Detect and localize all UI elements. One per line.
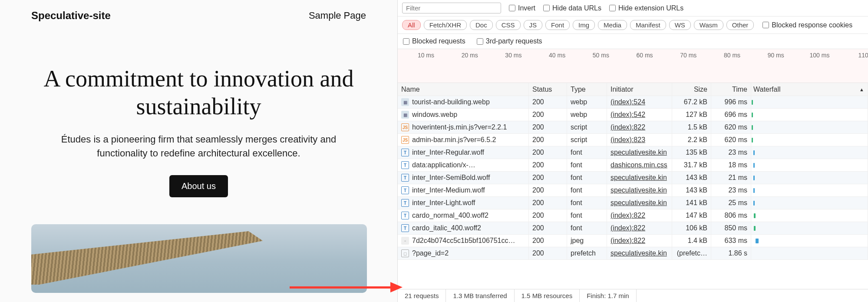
table-row[interactable]: Tinter_Inter-Medium.woff200fontspeculati… xyxy=(398,184,868,197)
file-type-icon: ▦ xyxy=(401,111,409,119)
col-size[interactable]: Size xyxy=(672,83,711,96)
col-name[interactable]: Name xyxy=(398,83,529,96)
status-cell: 200 xyxy=(529,235,567,247)
table-row[interactable]: Tcardo_normal_400.woff2200font(index):82… xyxy=(398,209,868,222)
filter-pill-manifest[interactable]: Manifest xyxy=(630,20,666,30)
hide-extension-urls-checkbox[interactable]: Hide extension URLs xyxy=(609,4,683,12)
initiator-link[interactable]: (index):822 xyxy=(611,237,645,245)
timeline-tick: 10 ms xyxy=(418,52,434,59)
site-title[interactable]: Speculative-site xyxy=(31,10,111,22)
table-row[interactable]: ▦tourist-and-building.webp200webp(index)… xyxy=(398,96,868,109)
initiator-link[interactable]: speculativesite.kin xyxy=(611,174,667,182)
col-time[interactable]: Time xyxy=(711,83,751,96)
col-initiator[interactable]: Initiator xyxy=(607,83,672,96)
col-status[interactable]: Status xyxy=(529,83,567,96)
initiator-link[interactable]: (index):542 xyxy=(611,111,645,119)
status-cell: 200 xyxy=(529,184,567,196)
initiator-link[interactable]: (index):524 xyxy=(611,98,645,106)
request-name: inter_Inter-Medium.woff xyxy=(412,186,485,194)
filter-pill-css[interactable]: CSS xyxy=(496,20,521,30)
site-header: Speculative-site Sample Page xyxy=(31,10,366,22)
timeline-tick: 40 ms xyxy=(549,52,565,59)
initiator-link[interactable]: (index):822 xyxy=(611,224,645,232)
initiator-link[interactable]: speculativesite.kin xyxy=(611,186,667,194)
summary-item: 1.3 MB transferred xyxy=(446,289,514,302)
request-name: cardo_normal_400.woff2 xyxy=(412,212,488,219)
about-us-button[interactable]: About us xyxy=(169,175,228,197)
table-row[interactable]: ◻?page_id=2200prefetchspeculativesite.ki… xyxy=(398,247,868,260)
blocked-requests-checkbox[interactable]: Blocked requests xyxy=(403,37,465,45)
type-cell: font xyxy=(567,146,607,159)
type-cell: script xyxy=(567,121,607,133)
time-cell: 696 ms xyxy=(711,109,751,121)
filter-pill-js[interactable]: JS xyxy=(524,20,543,30)
filter-pill-media[interactable]: Media xyxy=(598,20,627,30)
initiator-link[interactable]: (index):823 xyxy=(611,136,645,144)
initiator-link[interactable]: speculativesite.kin xyxy=(611,149,667,156)
invert-checkbox[interactable]: Invert xyxy=(509,4,535,12)
filter-pill-doc[interactable]: Doc xyxy=(470,20,493,30)
hero-section: A commitment to innovation and sustainab… xyxy=(31,65,366,293)
type-cell: webp xyxy=(567,96,607,108)
timeline-overview[interactable]: 10 ms20 ms30 ms40 ms50 ms60 ms70 ms80 ms… xyxy=(398,49,868,83)
summary-bar: 21 requests1.3 MB transferred1.5 MB reso… xyxy=(398,289,868,302)
filter-pill-other[interactable]: Other xyxy=(726,20,754,30)
waterfall-cell xyxy=(751,109,868,121)
waterfall-cell xyxy=(751,247,868,259)
time-cell: 23 ms xyxy=(711,184,751,196)
file-type-icon: ▫ xyxy=(401,237,409,245)
file-type-icon: T xyxy=(401,212,409,219)
time-cell: 25 ms xyxy=(711,197,751,209)
filter-pill-wasm[interactable]: Wasm xyxy=(694,20,723,30)
timeline-tick: 90 ms xyxy=(768,52,784,59)
status-cell: 200 xyxy=(529,197,567,209)
table-row[interactable]: Tinter_Inter-SemiBold.woff200fontspecula… xyxy=(398,172,868,184)
blocked-response-cookies-checkbox[interactable]: Blocked response cookies xyxy=(762,21,852,29)
col-waterfall[interactable]: Waterfall▲ xyxy=(751,83,868,96)
type-cell: webp xyxy=(567,109,607,121)
request-name: data:application/x-… xyxy=(412,161,475,169)
size-cell: 2.2 kB xyxy=(672,134,711,146)
time-cell: 620 ms xyxy=(711,121,751,133)
nav-link-sample-page[interactable]: Sample Page xyxy=(309,10,366,21)
type-cell: font xyxy=(567,172,607,184)
hero-image xyxy=(31,224,367,293)
type-cell: prefetch xyxy=(567,247,607,259)
type-cell: font xyxy=(567,159,607,171)
waterfall-cell xyxy=(751,146,868,159)
initiator-link[interactable]: speculativesite.kin xyxy=(611,199,667,207)
timeline-tick: 20 ms xyxy=(462,52,478,59)
table-row[interactable]: ▦windows.webp200webp(index):542127 kB696… xyxy=(398,109,868,121)
file-type-icon: T xyxy=(401,199,409,207)
filter-pill-font[interactable]: Font xyxy=(545,20,570,30)
request-name: tourist-and-building.webp xyxy=(412,98,490,106)
waterfall-cell xyxy=(751,235,868,247)
table-row[interactable]: Tdata:application/x-…200fontdashicons.mi… xyxy=(398,159,868,172)
filter-pill-fetchxhr[interactable]: Fetch/XHR xyxy=(424,20,467,30)
filter-input[interactable] xyxy=(402,3,501,13)
table-row[interactable]: Tinter_Inter-Regular.woff200fontspeculat… xyxy=(398,146,868,159)
hero-heading: A commitment to innovation and sustainab… xyxy=(31,65,366,120)
table-row[interactable]: ▫7d2c4b074cc5c1b5bf106751cc…200jpeg(inde… xyxy=(398,235,868,247)
filter-pill-img[interactable]: Img xyxy=(573,20,595,30)
type-cell: font xyxy=(567,184,607,196)
filter-pill-all[interactable]: All xyxy=(402,20,421,30)
col-type[interactable]: Type xyxy=(567,83,607,96)
table-row[interactable]: JShoverintent-js.min.js?ver=2.2.1200scri… xyxy=(398,121,868,134)
status-cell: 200 xyxy=(529,209,567,222)
table-row[interactable]: Tinter_Inter-Light.woff200fontspeculativ… xyxy=(398,197,868,209)
third-party-requests-checkbox[interactable]: 3rd-party requests xyxy=(477,37,542,45)
waterfall-cell xyxy=(751,134,868,146)
table-row[interactable]: JSadmin-bar.min.js?ver=6.5.2200script(in… xyxy=(398,134,868,146)
filter-bar: Invert Hide data URLs Hide extension URL… xyxy=(398,0,868,17)
initiator-link[interactable]: dashicons.min.css xyxy=(611,161,667,169)
hide-data-urls-checkbox[interactable]: Hide data URLs xyxy=(543,4,601,12)
initiator-link[interactable]: speculativesite.kin xyxy=(611,249,667,257)
initiator-link[interactable]: (index):822 xyxy=(611,123,645,131)
waterfall-cell xyxy=(751,172,868,184)
summary-item: 1.5 MB resources xyxy=(515,289,580,302)
filter-pill-ws[interactable]: WS xyxy=(669,20,691,30)
timeline-tick: 70 ms xyxy=(680,52,696,59)
table-row[interactable]: Tcardo_italic_400.woff2200font(index):82… xyxy=(398,222,868,235)
initiator-link[interactable]: (index):822 xyxy=(611,212,645,219)
